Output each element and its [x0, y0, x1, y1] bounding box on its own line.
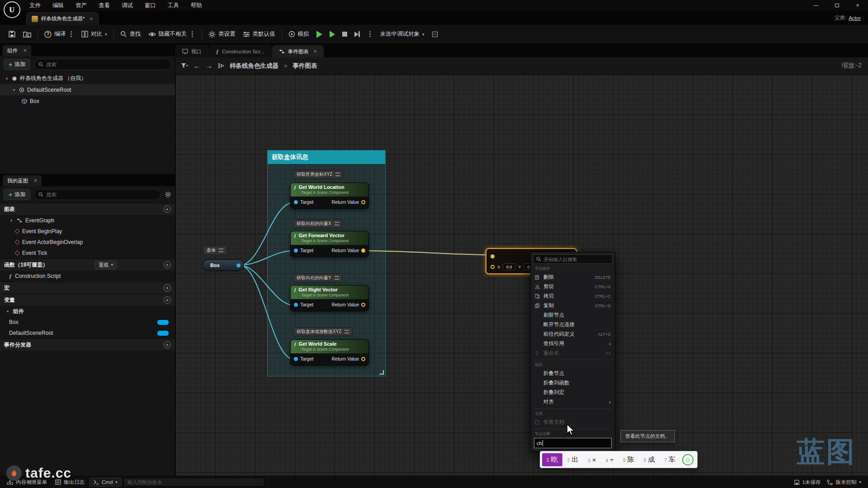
override-dropdown[interactable]: 重载 ▾ [95, 261, 117, 269]
add-macro-icon[interactable]: + [164, 284, 171, 291]
hide-unrelated-button[interactable]: 隐藏不相关 [145, 28, 199, 41]
add-component-button[interactable]: + 添加 [4, 59, 30, 70]
bubble-toggle-icon[interactable] [335, 222, 339, 225]
class-settings-button[interactable]: 类设置 [205, 28, 239, 41]
menu-edit[interactable]: 编辑 [47, 0, 70, 11]
components-search[interactable] [34, 59, 171, 70]
section-functions[interactable]: 函数（19可覆盖） 重载 ▾ + [0, 258, 175, 271]
return-value-pin[interactable] [361, 303, 365, 307]
ime-candidate[interactable]: 4÷ [601, 454, 618, 466]
node-comment-bubble[interactable]: 获取向前的向量X [293, 219, 343, 228]
menu-window[interactable]: 窗口 [139, 0, 162, 11]
class-defaults-button[interactable]: 类默认值 [239, 28, 279, 41]
input-pin[interactable] [491, 265, 495, 269]
item-event-actorbeginoverlap[interactable]: Event ActorBeginOverlap [0, 237, 175, 248]
expand-icon[interactable]: ▾ [9, 218, 14, 223]
comment-title[interactable]: 获取盒体讯息 [268, 150, 385, 164]
minimize-button[interactable] [806, 0, 826, 11]
bubble-toggle-icon[interactable] [335, 276, 339, 280]
ime-candidate[interactable]: 3× [583, 454, 600, 466]
section-macros[interactable]: 宏 + [0, 282, 175, 294]
close-icon[interactable]: × [34, 178, 37, 184]
hide-unrelated-options-icon[interactable] [192, 33, 193, 35]
close-icon[interactable]: × [24, 47, 27, 54]
menu-help[interactable]: 帮助 [185, 0, 208, 11]
node-comment-input[interactable]: ch [534, 438, 612, 448]
graph-canvas[interactable]: 获取盒体讯息 盒体 Box 获取世界坐标XYZ ƒGet World L [175, 75, 868, 476]
add-function-icon[interactable]: + [164, 261, 171, 268]
node-get-right-vector[interactable]: ƒGet Right Vector Target is Scene Compon… [290, 285, 369, 311]
tab-components[interactable]: 组件 × [3, 45, 31, 56]
unreal-logo[interactable]: U [4, 1, 20, 18]
output-pin[interactable] [236, 263, 241, 267]
tab-close-icon[interactable]: × [90, 16, 93, 22]
back-arrow-icon[interactable]: ← [193, 62, 200, 70]
return-value-pin[interactable] [361, 249, 365, 253]
node-comment-bubble[interactable]: 获取向右的向量Y [293, 273, 343, 282]
menu-item-duplicate[interactable]: 复制 CTRL+D [533, 301, 613, 310]
menu-item-alignment[interactable]: 对齐 › [533, 397, 613, 407]
compile-button[interactable]: ? 编译 [41, 28, 78, 41]
menu-item-cut[interactable]: 剪切 CTRL+X [533, 282, 613, 291]
maximize-button[interactable] [826, 0, 847, 11]
blueprint-asset-tab[interactable]: 样条线角色生成器* × [26, 12, 99, 25]
variable-box[interactable]: Box [0, 317, 175, 328]
frame-advance-button[interactable] [351, 28, 363, 41]
find-button[interactable]: 查找 [117, 28, 145, 41]
panel-settings-gear-icon[interactable] [165, 191, 171, 198]
version-control-button[interactable]: 版本控制 ▾ [824, 476, 864, 488]
debug-filter-button[interactable] [428, 28, 442, 41]
item-event-graph[interactable]: ▾ EventGraph [0, 215, 175, 226]
ime-candidate[interactable]: 1吃 [542, 453, 562, 466]
box-variable-node[interactable]: Box [203, 259, 244, 271]
tab-construction-script[interactable]: ƒ Construction Scr... [209, 45, 271, 57]
add-variable-icon[interactable]: + [164, 296, 171, 304]
comment-resize-handle[interactable] [379, 370, 384, 375]
parent-class-link[interactable]: Actor [849, 15, 861, 21]
unsaved-button[interactable]: 1未保存 [791, 476, 824, 488]
menu-item-collapse-nodes[interactable]: 折叠节点 [533, 369, 613, 378]
ime-candidate[interactable]: 7车 [660, 453, 680, 466]
component-row-box[interactable]: Box [0, 95, 175, 107]
simulate-button[interactable]: 模拟 [285, 28, 313, 41]
input-pin[interactable] [491, 254, 495, 258]
context-menu-search-input[interactable] [544, 257, 609, 262]
section-graphs[interactable]: 图表 + [0, 203, 175, 215]
target-pin[interactable] [294, 249, 298, 253]
play-button[interactable] [313, 28, 326, 41]
bubble-toggle-icon[interactable] [335, 173, 340, 176]
return-value-pin[interactable] [361, 200, 365, 204]
menu-asset[interactable]: 资产 [70, 0, 93, 11]
tab-viewport[interactable]: 视口 [175, 45, 208, 57]
node-get-world-location[interactable]: ƒGet World Location Target is Scene Comp… [290, 183, 369, 209]
tab-event-graph[interactable]: 事件图表 × [272, 45, 324, 57]
context-menu-search[interactable] [533, 254, 613, 264]
expand-icon[interactable]: ▾ [5, 76, 9, 81]
stop-button[interactable] [339, 28, 351, 41]
ime-candidate[interactable]: 2出 [563, 453, 583, 466]
node-get-world-scale[interactable]: ƒGet World Scale Target is Scene Compone… [290, 339, 369, 366]
menu-item-collapse-to-function[interactable]: 折叠到函数 [533, 378, 613, 388]
my-blueprint-search[interactable] [34, 189, 161, 200]
forward-arrow-icon[interactable]: → [206, 62, 212, 70]
close-icon[interactable]: × [314, 48, 317, 55]
menu-item-collapse-to-macro[interactable]: 折叠到宏 [533, 388, 613, 397]
add-blueprint-item-button[interactable]: + 添加 [4, 189, 30, 200]
compile-options-icon[interactable] [71, 33, 72, 35]
emoji-button[interactable]: ☺ [682, 454, 693, 465]
menu-file[interactable]: 文件 [24, 0, 47, 11]
components-search-input[interactable] [46, 62, 167, 67]
filter-icon[interactable] [181, 63, 188, 69]
menu-item-break-links[interactable]: 断开节点连接 [533, 320, 613, 329]
console-command-input[interactable] [127, 479, 260, 485]
console-command-field[interactable] [123, 478, 264, 487]
menu-debug[interactable]: 调试 [116, 0, 139, 11]
my-blueprint-search-input[interactable] [46, 192, 156, 197]
bubble-toggle-icon[interactable] [219, 249, 223, 252]
variables-group-components[interactable]: ▾ 组件 [0, 306, 175, 317]
menu-item-goto-code[interactable]: 前往代码定义 ALT+G [533, 329, 613, 339]
breadcrumb-root[interactable]: 样条线角色生成器 [230, 62, 278, 70]
menu-view[interactable]: 查看 [93, 0, 116, 11]
item-construction-script[interactable]: ƒ Construction Script [0, 271, 175, 282]
section-variables[interactable]: 变量 + [0, 294, 175, 306]
